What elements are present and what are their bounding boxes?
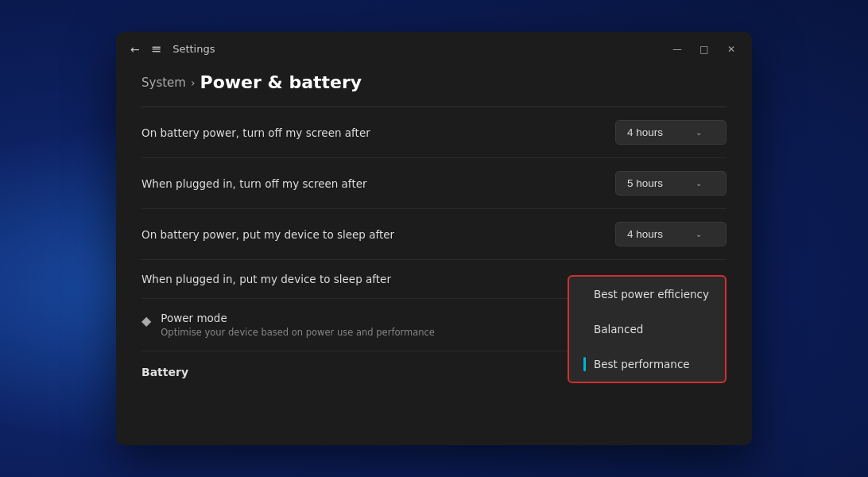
page-header: System › Power & battery — [116, 66, 752, 107]
maximize-button[interactable]: □ — [698, 43, 711, 56]
breadcrumb-chevron: › — [191, 76, 196, 89]
window-controls: — □ ✕ — [671, 43, 738, 56]
content-area: On battery power, turn off my screen aft… — [116, 107, 752, 445]
plugged-screen-control: 5 hours ⌄ — [615, 171, 727, 196]
close-button[interactable]: ✕ — [725, 43, 738, 56]
plugged-screen-value: 5 hours — [627, 177, 663, 189]
battery-sleep-row: On battery power, put my device to sleep… — [141, 209, 727, 260]
dropdown-item-efficiency-label: Best power efficiency — [594, 288, 709, 301]
dropdown-item-performance-label: Best performance — [594, 358, 690, 370]
minimize-button[interactable]: — — [671, 43, 684, 56]
screen-sleep-section: On battery power, turn off my screen aft… — [141, 107, 727, 351]
performance-indicator — [583, 357, 586, 371]
plugged-sleep-row: When plugged in, put my device to sleep … — [141, 260, 727, 299]
dropdown-item-best-performance[interactable]: Best performance — [569, 347, 725, 382]
power-mode-icon: ◆ — [141, 313, 151, 328]
plugged-screen-chevron-icon: ⌄ — [696, 179, 702, 188]
battery-screen-value: 4 hours — [627, 126, 663, 138]
title-bar: ← ≡ Settings — □ ✕ — [116, 32, 752, 66]
breadcrumb: System › Power & battery — [141, 72, 727, 92]
battery-sleep-value: 4 hours — [627, 228, 663, 240]
battery-screen-chevron-icon: ⌄ — [696, 128, 702, 137]
battery-section-title: Battery — [141, 366, 188, 378]
battery-screen-row: On battery power, turn off my screen aft… — [141, 107, 727, 158]
plugged-screen-row: When plugged in, turn off my screen afte… — [141, 158, 727, 209]
plugged-screen-label: When plugged in, turn off my screen afte… — [141, 177, 367, 190]
battery-sleep-chevron-icon: ⌄ — [696, 230, 702, 238]
title-bar-left: ← ≡ Settings — [130, 41, 660, 56]
battery-screen-dropdown[interactable]: 4 hours ⌄ — [615, 120, 727, 145]
battery-sleep-label: On battery power, put my device to sleep… — [141, 228, 394, 241]
plugged-screen-dropdown[interactable]: 5 hours ⌄ — [615, 171, 727, 196]
back-button[interactable]: ← — [130, 43, 140, 56]
settings-window: ← ≡ Settings — □ ✕ System › Power & batt… — [116, 32, 752, 445]
battery-screen-label: On battery power, turn off my screen aft… — [141, 126, 370, 139]
dropdown-item-balanced[interactable]: Balanced — [569, 312, 725, 347]
power-mode-dropdown-menu: Best power efficiency Balanced Best perf… — [568, 275, 727, 383]
dropdown-item-balanced-label: Balanced — [594, 323, 643, 335]
breadcrumb-system[interactable]: System — [141, 76, 186, 90]
app-title: Settings — [172, 43, 215, 55]
hamburger-icon[interactable]: ≡ — [151, 41, 161, 56]
dropdown-item-best-efficiency[interactable]: Best power efficiency — [569, 277, 725, 312]
battery-sleep-control: 4 hours ⌄ — [615, 222, 727, 246]
breadcrumb-current: Power & battery — [200, 72, 362, 92]
plugged-sleep-label: When plugged in, put my device to sleep … — [141, 273, 391, 285]
battery-sleep-dropdown[interactable]: 4 hours ⌄ — [615, 222, 727, 246]
battery-screen-control: 4 hours ⌄ — [615, 120, 727, 145]
